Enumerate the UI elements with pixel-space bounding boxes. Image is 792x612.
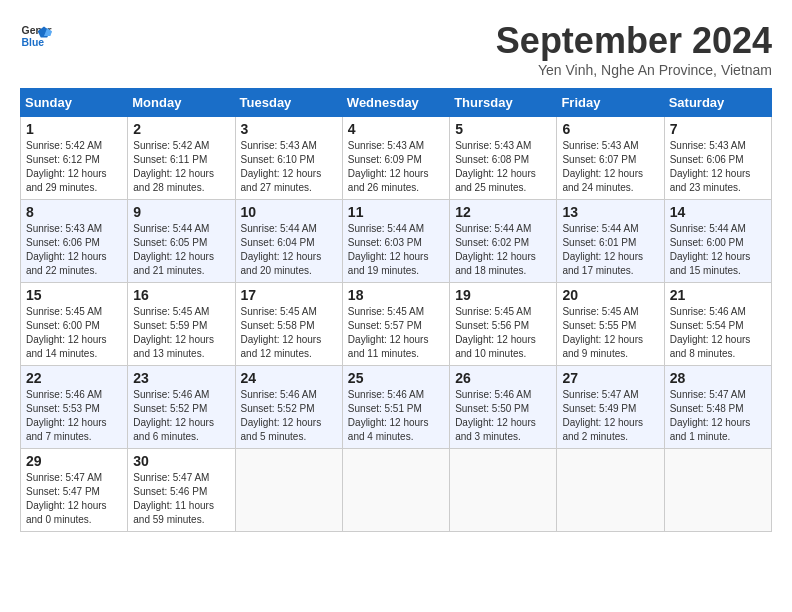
day-info: Sunrise: 5:46 AMSunset: 5:50 PMDaylight:…: [455, 388, 551, 444]
day-info: Sunrise: 5:46 AMSunset: 5:52 PMDaylight:…: [241, 388, 337, 444]
day-number: 24: [241, 370, 337, 386]
calendar-week-5: 29Sunrise: 5:47 AMSunset: 5:47 PMDayligh…: [21, 449, 772, 532]
calendar-cell: [235, 449, 342, 532]
calendar-cell: 18Sunrise: 5:45 AMSunset: 5:57 PMDayligh…: [342, 283, 449, 366]
day-number: 1: [26, 121, 122, 137]
day-number: 22: [26, 370, 122, 386]
day-info: Sunrise: 5:46 AMSunset: 5:51 PMDaylight:…: [348, 388, 444, 444]
day-info: Sunrise: 5:42 AMSunset: 6:12 PMDaylight:…: [26, 139, 122, 195]
day-info: Sunrise: 5:45 AMSunset: 5:56 PMDaylight:…: [455, 305, 551, 361]
day-number: 9: [133, 204, 229, 220]
calendar-cell: 13Sunrise: 5:44 AMSunset: 6:01 PMDayligh…: [557, 200, 664, 283]
logo-icon: General Blue: [20, 20, 52, 52]
calendar-cell: 12Sunrise: 5:44 AMSunset: 6:02 PMDayligh…: [450, 200, 557, 283]
calendar-cell: 3Sunrise: 5:43 AMSunset: 6:10 PMDaylight…: [235, 117, 342, 200]
calendar-header-row: SundayMondayTuesdayWednesdayThursdayFrid…: [21, 89, 772, 117]
day-number: 2: [133, 121, 229, 137]
day-info: Sunrise: 5:43 AMSunset: 6:07 PMDaylight:…: [562, 139, 658, 195]
page-header: General Blue September 2024 Yen Vinh, Ng…: [20, 20, 772, 78]
day-info: Sunrise: 5:42 AMSunset: 6:11 PMDaylight:…: [133, 139, 229, 195]
header-thursday: Thursday: [450, 89, 557, 117]
day-info: Sunrise: 5:45 AMSunset: 5:57 PMDaylight:…: [348, 305, 444, 361]
calendar-week-4: 22Sunrise: 5:46 AMSunset: 5:53 PMDayligh…: [21, 366, 772, 449]
calendar-cell: 11Sunrise: 5:44 AMSunset: 6:03 PMDayligh…: [342, 200, 449, 283]
day-info: Sunrise: 5:47 AMSunset: 5:49 PMDaylight:…: [562, 388, 658, 444]
calendar-cell: 20Sunrise: 5:45 AMSunset: 5:55 PMDayligh…: [557, 283, 664, 366]
calendar-cell: 2Sunrise: 5:42 AMSunset: 6:11 PMDaylight…: [128, 117, 235, 200]
day-info: Sunrise: 5:43 AMSunset: 6:06 PMDaylight:…: [26, 222, 122, 278]
day-info: Sunrise: 5:43 AMSunset: 6:06 PMDaylight:…: [670, 139, 766, 195]
day-number: 23: [133, 370, 229, 386]
calendar-week-2: 8Sunrise: 5:43 AMSunset: 6:06 PMDaylight…: [21, 200, 772, 283]
calendar-cell: 29Sunrise: 5:47 AMSunset: 5:47 PMDayligh…: [21, 449, 128, 532]
calendar-cell: 5Sunrise: 5:43 AMSunset: 6:08 PMDaylight…: [450, 117, 557, 200]
month-title: September 2024: [496, 20, 772, 62]
calendar-cell: 1Sunrise: 5:42 AMSunset: 6:12 PMDaylight…: [21, 117, 128, 200]
day-info: Sunrise: 5:43 AMSunset: 6:09 PMDaylight:…: [348, 139, 444, 195]
calendar-cell: 22Sunrise: 5:46 AMSunset: 5:53 PMDayligh…: [21, 366, 128, 449]
day-number: 10: [241, 204, 337, 220]
day-number: 28: [670, 370, 766, 386]
day-number: 4: [348, 121, 444, 137]
day-info: Sunrise: 5:44 AMSunset: 6:05 PMDaylight:…: [133, 222, 229, 278]
calendar-cell: 30Sunrise: 5:47 AMSunset: 5:46 PMDayligh…: [128, 449, 235, 532]
calendar-cell: 7Sunrise: 5:43 AMSunset: 6:06 PMDaylight…: [664, 117, 771, 200]
header-tuesday: Tuesday: [235, 89, 342, 117]
day-number: 3: [241, 121, 337, 137]
day-info: Sunrise: 5:44 AMSunset: 6:01 PMDaylight:…: [562, 222, 658, 278]
calendar-cell: 9Sunrise: 5:44 AMSunset: 6:05 PMDaylight…: [128, 200, 235, 283]
calendar-cell: 26Sunrise: 5:46 AMSunset: 5:50 PMDayligh…: [450, 366, 557, 449]
calendar-cell: [557, 449, 664, 532]
calendar-cell: 27Sunrise: 5:47 AMSunset: 5:49 PMDayligh…: [557, 366, 664, 449]
day-number: 8: [26, 204, 122, 220]
header-wednesday: Wednesday: [342, 89, 449, 117]
day-info: Sunrise: 5:44 AMSunset: 6:00 PMDaylight:…: [670, 222, 766, 278]
title-block: September 2024 Yen Vinh, Nghe An Provinc…: [496, 20, 772, 78]
calendar-week-3: 15Sunrise: 5:45 AMSunset: 6:00 PMDayligh…: [21, 283, 772, 366]
day-number: 25: [348, 370, 444, 386]
day-number: 16: [133, 287, 229, 303]
calendar-cell: 21Sunrise: 5:46 AMSunset: 5:54 PMDayligh…: [664, 283, 771, 366]
calendar-cell: 23Sunrise: 5:46 AMSunset: 5:52 PMDayligh…: [128, 366, 235, 449]
calendar-cell: 17Sunrise: 5:45 AMSunset: 5:58 PMDayligh…: [235, 283, 342, 366]
day-info: Sunrise: 5:45 AMSunset: 6:00 PMDaylight:…: [26, 305, 122, 361]
calendar-cell: 8Sunrise: 5:43 AMSunset: 6:06 PMDaylight…: [21, 200, 128, 283]
calendar-cell: [450, 449, 557, 532]
day-info: Sunrise: 5:43 AMSunset: 6:10 PMDaylight:…: [241, 139, 337, 195]
day-number: 13: [562, 204, 658, 220]
day-info: Sunrise: 5:47 AMSunset: 5:47 PMDaylight:…: [26, 471, 122, 527]
day-info: Sunrise: 5:45 AMSunset: 5:58 PMDaylight:…: [241, 305, 337, 361]
header-saturday: Saturday: [664, 89, 771, 117]
calendar-cell: 25Sunrise: 5:46 AMSunset: 5:51 PMDayligh…: [342, 366, 449, 449]
calendar-cell: 6Sunrise: 5:43 AMSunset: 6:07 PMDaylight…: [557, 117, 664, 200]
calendar-cell: 4Sunrise: 5:43 AMSunset: 6:09 PMDaylight…: [342, 117, 449, 200]
day-number: 17: [241, 287, 337, 303]
day-info: Sunrise: 5:47 AMSunset: 5:46 PMDaylight:…: [133, 471, 229, 527]
day-info: Sunrise: 5:44 AMSunset: 6:04 PMDaylight:…: [241, 222, 337, 278]
day-info: Sunrise: 5:43 AMSunset: 6:08 PMDaylight:…: [455, 139, 551, 195]
day-number: 15: [26, 287, 122, 303]
day-info: Sunrise: 5:47 AMSunset: 5:48 PMDaylight:…: [670, 388, 766, 444]
calendar-cell: 14Sunrise: 5:44 AMSunset: 6:00 PMDayligh…: [664, 200, 771, 283]
day-number: 30: [133, 453, 229, 469]
day-number: 19: [455, 287, 551, 303]
day-number: 14: [670, 204, 766, 220]
header-friday: Friday: [557, 89, 664, 117]
calendar-table: SundayMondayTuesdayWednesdayThursdayFrid…: [20, 88, 772, 532]
day-number: 21: [670, 287, 766, 303]
calendar-week-1: 1Sunrise: 5:42 AMSunset: 6:12 PMDaylight…: [21, 117, 772, 200]
logo: General Blue: [20, 20, 52, 52]
calendar-cell: 15Sunrise: 5:45 AMSunset: 6:00 PMDayligh…: [21, 283, 128, 366]
calendar-cell: [342, 449, 449, 532]
calendar-cell: 28Sunrise: 5:47 AMSunset: 5:48 PMDayligh…: [664, 366, 771, 449]
day-number: 18: [348, 287, 444, 303]
day-info: Sunrise: 5:45 AMSunset: 5:59 PMDaylight:…: [133, 305, 229, 361]
header-sunday: Sunday: [21, 89, 128, 117]
day-number: 20: [562, 287, 658, 303]
day-number: 29: [26, 453, 122, 469]
day-number: 11: [348, 204, 444, 220]
day-info: Sunrise: 5:46 AMSunset: 5:52 PMDaylight:…: [133, 388, 229, 444]
calendar-cell: [664, 449, 771, 532]
header-monday: Monday: [128, 89, 235, 117]
day-number: 6: [562, 121, 658, 137]
